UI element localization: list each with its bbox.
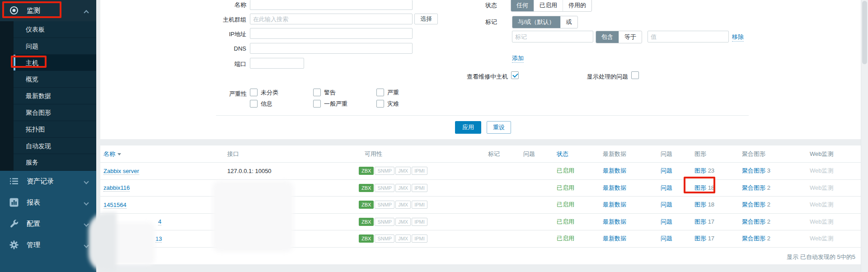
- latest-data-link[interactable]: 最新数据: [603, 184, 626, 191]
- name-label: 名称: [192, 1, 246, 9]
- column-header-problems2: 问题: [657, 150, 691, 158]
- latest-data-link[interactable]: 最新数据: [603, 218, 626, 225]
- reset-button[interactable]: 重设: [487, 121, 511, 134]
- name-input[interactable]: [250, 0, 413, 10]
- host-name-link[interactable]: 1451564: [103, 202, 127, 209]
- select-button[interactable]: 选择: [414, 14, 438, 24]
- tag-remove-link[interactable]: 移除: [732, 33, 744, 42]
- graphs-link[interactable]: 图形: [694, 235, 706, 242]
- sidebar-item-hosts[interactable]: 主机: [14, 55, 96, 71]
- severity-checkbox-disaster[interactable]: [376, 100, 384, 108]
- table-row: zabbix116 ZBXSNMPJMXIPMI 已启用 最新数据 问题 图形 …: [100, 180, 861, 197]
- port-input[interactable]: [250, 58, 304, 69]
- graphs-link[interactable]: 图形: [694, 201, 706, 208]
- tag-logic-option-andor[interactable]: 与/或（默认）: [512, 16, 561, 28]
- problems-link[interactable]: 问题: [661, 184, 672, 191]
- maintenance-checkbox[interactable]: [511, 71, 519, 79]
- sidebar-item-latest-data[interactable]: 最新数据: [14, 88, 96, 104]
- apply-button[interactable]: 应用: [455, 121, 481, 134]
- graphs-count: 17: [708, 235, 714, 242]
- screens-link[interactable]: 聚合图形: [742, 167, 765, 174]
- scrollbar-thumb[interactable]: [862, 1, 867, 64]
- zbx-badge: ZBX: [359, 201, 374, 209]
- tag-match-option-contains[interactable]: 包含: [596, 31, 619, 43]
- suppressed-checkbox[interactable]: [631, 71, 639, 79]
- sidebar-item-dashboard[interactable]: 仪表板: [14, 21, 96, 38]
- sidebar-item-label: 监测: [27, 6, 40, 15]
- status-enabled-link[interactable]: 已启用: [554, 167, 600, 175]
- column-header-status[interactable]: 状态: [557, 150, 568, 157]
- sidebar-item-administration[interactable]: 管理: [0, 234, 96, 256]
- status-option-any[interactable]: 任何: [511, 0, 534, 11]
- graphs-count: 18: [708, 201, 714, 208]
- sidebar-item-reports[interactable]: 报表: [0, 192, 96, 213]
- status-enabled-link[interactable]: 已启用: [554, 201, 600, 209]
- column-header-name[interactable]: 名称: [103, 150, 115, 157]
- graphs-link[interactable]: 图形: [694, 167, 706, 174]
- problems-link[interactable]: 问题: [661, 167, 672, 174]
- host-name-link[interactable]: 13: [155, 235, 162, 243]
- severity-checkbox-average[interactable]: [313, 100, 321, 108]
- sidebar-item-monitoring[interactable]: 监测: [0, 0, 96, 21]
- list-icon: [9, 177, 19, 186]
- sidebar-item-inventory[interactable]: 资产记录: [0, 171, 96, 192]
- graphs-count: 23: [708, 167, 714, 174]
- status-enabled-link[interactable]: 已启用: [554, 218, 600, 226]
- tag-value-input[interactable]: [647, 31, 729, 42]
- host-name-link[interactable]: zabbix116: [103, 184, 130, 192]
- severity-checkbox-not-classified[interactable]: [250, 89, 258, 96]
- sidebar-sections: 资产记录 报表 配置 管理: [0, 171, 96, 272]
- host-name-link[interactable]: Zabbix server: [103, 168, 139, 175]
- hostgroup-input[interactable]: [250, 14, 413, 24]
- problems-link[interactable]: 问题: [661, 218, 672, 225]
- web-link-disabled: Web监测: [807, 218, 861, 226]
- sidebar-item-services[interactable]: 服务: [14, 154, 96, 171]
- zbx-badge: ZBX: [359, 218, 374, 226]
- screens-count: 3: [767, 167, 770, 174]
- problems-link[interactable]: 问题: [661, 235, 672, 242]
- availability-badges: ZBXSNMPJMXIPMI: [356, 201, 485, 209]
- zbx-badge: ZBX: [359, 184, 374, 192]
- graphs-link[interactable]: 图形: [694, 218, 706, 225]
- screens-link[interactable]: 聚合图形: [742, 201, 765, 208]
- status-enabled-link[interactable]: 已启用: [554, 234, 600, 243]
- screens-link[interactable]: 聚合图形: [742, 218, 765, 225]
- scrollbar[interactable]: [861, 0, 868, 272]
- table-header-row: 名称 接口 可用性 标记 问题 状态 最新数据 问题 图形 聚合图形 Web监测: [100, 145, 861, 163]
- host-name-link[interactable]: 4: [158, 218, 161, 225]
- screens-link[interactable]: 聚合图形: [742, 184, 765, 191]
- severity-checkbox-high[interactable]: [376, 89, 384, 96]
- sidebar-item-discovery[interactable]: 自动发现: [14, 138, 96, 155]
- ip-input[interactable]: [250, 28, 413, 39]
- web-link-disabled: Web监测: [807, 167, 861, 175]
- table-row: 1451564 ZBXSNMPJMXIPMI 已启用 最新数据 问题 图形 18…: [100, 197, 861, 214]
- severity-checkbox-information[interactable]: [250, 100, 258, 108]
- sidebar-item-overview[interactable]: 概览: [14, 71, 96, 88]
- graphs-link[interactable]: 图形: [694, 184, 706, 191]
- severity-checkbox-warning[interactable]: [313, 89, 321, 96]
- dns-input[interactable]: [250, 43, 413, 54]
- sidebar-item-problems[interactable]: 问题: [14, 38, 96, 55]
- latest-data-link[interactable]: 最新数据: [603, 235, 626, 242]
- column-header-latest-data: 最新数据: [600, 150, 657, 158]
- availability-badges: ZBXSNMPJMXIPMI: [356, 184, 485, 192]
- problems-link[interactable]: 问题: [661, 201, 672, 208]
- sidebar-item-configuration[interactable]: 配置: [0, 213, 96, 234]
- sidebar-item-screens[interactable]: 聚合图形: [14, 104, 96, 121]
- severity-option-label: 严重: [387, 89, 399, 96]
- tag-add-link[interactable]: 添加: [512, 54, 524, 63]
- sidebar-item-maps[interactable]: 拓扑图: [14, 121, 96, 138]
- eye-icon: [9, 6, 19, 15]
- status-option-enabled[interactable]: 已启用: [534, 0, 563, 11]
- tag-logic-option-or[interactable]: 或: [561, 16, 577, 28]
- latest-data-link[interactable]: 最新数据: [603, 201, 626, 208]
- latest-data-link[interactable]: 最新数据: [603, 167, 626, 174]
- snmp-badge: SNMP: [375, 167, 394, 175]
- ipmi-badge: IPMI: [412, 184, 427, 192]
- tag-match-option-equals[interactable]: 等于: [619, 31, 642, 43]
- tag-name-input[interactable]: [512, 31, 593, 42]
- sidebar: 监测 仪表板 问题 主机 概览 最新数据 聚合图形 拓扑图 自动发现 服务 资产…: [0, 0, 96, 272]
- status-enabled-link[interactable]: 已启用: [554, 184, 600, 192]
- screens-link[interactable]: 聚合图形: [742, 235, 765, 242]
- status-option-disabled[interactable]: 停用的: [563, 0, 591, 11]
